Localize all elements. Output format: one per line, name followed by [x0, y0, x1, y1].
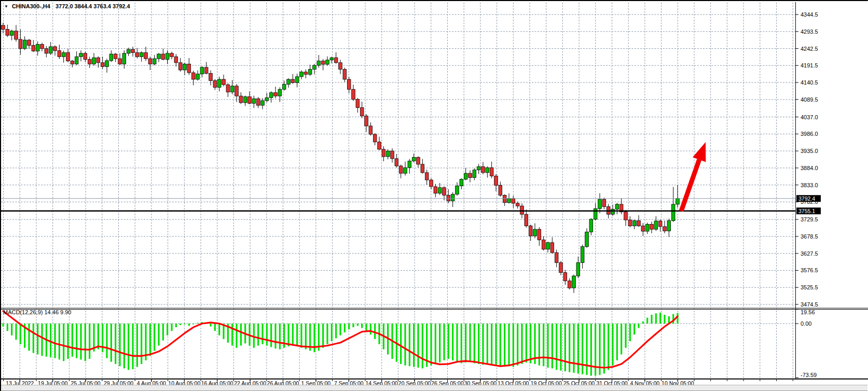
macd-bar — [335, 324, 337, 338]
macd-bar — [482, 324, 484, 365]
symbol-period-label: CHINA300-,H4 — [12, 3, 50, 9]
macd-bar — [638, 324, 639, 328]
macd-bar — [603, 324, 605, 373]
macd-bar — [72, 324, 73, 357]
bull-candle — [615, 204, 619, 210]
macd-bar — [577, 324, 579, 373]
bear-candle — [27, 40, 31, 45]
bear-candle — [204, 67, 208, 74]
bull-candle — [533, 229, 537, 236]
bear-candle — [209, 73, 213, 80]
bull-candle — [667, 220, 671, 231]
bull-candle — [23, 40, 26, 49]
macd-bar — [261, 324, 263, 344]
bear-candle — [434, 187, 437, 193]
bear-candle — [494, 176, 498, 185]
bear-candle — [499, 185, 502, 195]
macd-bar — [274, 324, 276, 348]
bull-candle — [230, 86, 234, 92]
bear-candle — [490, 167, 493, 176]
symbol-dropdown-icon[interactable]: ▼ — [4, 4, 8, 9]
bull-candle — [200, 67, 204, 74]
bear-candle — [178, 63, 182, 70]
macd-bar — [612, 324, 613, 366]
macd-bar — [352, 324, 354, 327]
macd-bar — [192, 324, 194, 324]
macd-bar — [28, 324, 30, 351]
bear-candle — [559, 262, 563, 272]
macd-bar — [374, 324, 376, 339]
macd-bar — [54, 324, 56, 358]
bull-candle — [404, 167, 407, 173]
price-axis-label: 3576.5 — [801, 267, 818, 273]
bear-candle — [53, 47, 57, 51]
chart-canvas[interactable]: 4344.54293.54242.54191.54140.54089.54037… — [1, 1, 868, 391]
macd-bar — [167, 324, 168, 336]
bull-candle — [408, 161, 411, 167]
macd-bar — [517, 324, 518, 366]
macd-bar — [556, 324, 557, 370]
macd-bar — [595, 324, 596, 376]
macd-bar — [435, 324, 436, 364]
macd-bar — [439, 324, 440, 362]
bear-candle — [161, 54, 165, 59]
macd-bar — [443, 324, 445, 360]
bull-candle — [153, 59, 156, 64]
macd-bar — [582, 324, 583, 374]
bear-candle — [32, 45, 35, 51]
bear-candle — [226, 85, 230, 92]
bear-candle — [369, 126, 373, 134]
bear-candle — [144, 53, 148, 59]
bear-candle — [447, 196, 450, 201]
bull-candle — [49, 47, 52, 53]
macd-axis-label: -73.59 — [801, 372, 817, 378]
bull-candle — [589, 219, 593, 232]
macd-bar — [400, 324, 402, 364]
macd-bar — [521, 324, 522, 364]
bear-candle — [304, 72, 308, 74]
bear-candle — [174, 57, 178, 63]
bull-candle — [261, 101, 265, 105]
macd-bar — [348, 324, 350, 329]
macd-bar — [231, 324, 233, 345]
macd-bar — [500, 324, 501, 366]
bear-candle — [334, 58, 338, 63]
macd-bar — [339, 324, 341, 336]
macd-bar — [452, 324, 453, 360]
bull-candle — [464, 173, 467, 179]
ohlc-values: 3772.0 3844.4 3763.4 3792.4 — [56, 3, 130, 9]
bull-candle — [477, 166, 480, 170]
bull-candle — [295, 77, 299, 83]
bear-candle — [516, 203, 519, 206]
macd-bar — [569, 324, 570, 372]
macd-bar — [279, 324, 281, 350]
macd-indicator-label: MACD(12,26,9) 14.46 9.90 — [3, 309, 71, 315]
macd-bar — [80, 324, 81, 359]
macd-bar — [616, 324, 618, 360]
bear-candle — [343, 69, 347, 79]
price-axis-label: 3729.5 — [801, 216, 818, 222]
macd-bar — [504, 324, 505, 366]
bull-candle — [109, 54, 113, 61]
macd-bar — [461, 324, 462, 363]
bear-candle — [512, 199, 515, 203]
bear-candle — [321, 61, 325, 64]
bear-candle — [538, 229, 541, 240]
macd-bar — [417, 324, 419, 368]
macd-bar — [158, 324, 159, 345]
bull-candle — [105, 61, 109, 67]
macd-bar — [240, 324, 242, 345]
bear-candle — [503, 196, 506, 203]
bull-candle — [317, 61, 321, 65]
macd-bar — [659, 313, 661, 324]
macd-bar — [214, 324, 216, 331]
bull-candle — [127, 49, 130, 53]
macd-bar — [404, 324, 406, 366]
bear-candle — [131, 49, 135, 52]
macd-bar — [41, 324, 43, 356]
bull-candle — [546, 243, 550, 249]
bear-candle — [84, 53, 87, 60]
bull-candle — [269, 93, 273, 98]
bull-candle — [166, 53, 169, 60]
macd-bar — [76, 324, 77, 358]
